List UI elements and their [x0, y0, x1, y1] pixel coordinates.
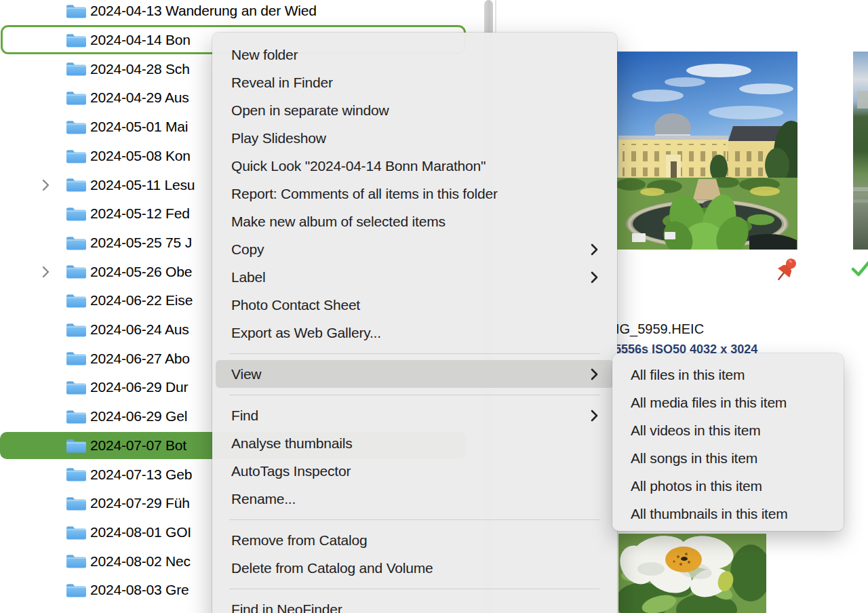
menu-item-label: Report: Comments of all items in this fo… — [231, 186, 498, 201]
context-menu-item[interactable]: Remove from Catalog — [216, 526, 614, 554]
folder-name: 2024-06-22 Eise — [90, 292, 193, 309]
folder-name: 2024-05-25 75 J — [90, 235, 192, 251]
menu-item-label: Remove from Catalog — [231, 532, 367, 548]
context-menu-item[interactable]: Rename... — [216, 485, 614, 513]
folder-icon — [66, 148, 87, 164]
menu-item-label: View — [231, 366, 261, 382]
folder-icon — [66, 379, 87, 395]
context-menu-item — [229, 395, 599, 395]
menu-item-label: Copy — [231, 241, 264, 257]
submenu-chevron-icon — [591, 410, 598, 422]
folder-icon — [66, 408, 87, 424]
submenu-item-label: All photos in this item — [631, 478, 762, 494]
menu-item-label: Quick Look "2024-04-14 Bonn Marathon" — [231, 158, 486, 174]
context-menu-item[interactable]: Analyse thumbnails — [216, 429, 614, 457]
folder-icon — [66, 235, 87, 251]
context-menu-item[interactable]: New folder — [216, 41, 614, 68]
folder-icon — [66, 582, 87, 598]
folder-icon — [66, 60, 87, 77]
folder-icon — [66, 350, 87, 366]
folder-icon — [66, 32, 87, 48]
context-menu-item[interactable]: Photo Contact Sheet — [216, 291, 614, 319]
context-menu-item[interactable]: Quick Look "2024-04-14 Bonn Marathon" — [216, 152, 614, 180]
photo-thumbnail-palace[interactable] — [617, 52, 797, 250]
context-menu-item — [229, 353, 599, 354]
context-menu-item[interactable]: Make new album of selected items — [216, 207, 614, 235]
submenu-chevron-icon — [591, 368, 598, 380]
folder-name: 2024-07-13 Geb — [90, 467, 192, 483]
folder-name: 2024-04-14 Bon — [90, 32, 191, 48]
folder-icon — [66, 90, 87, 106]
folder-icon — [66, 176, 87, 193]
context-menu-item[interactable]: Find in NeoFinder — [216, 595, 614, 613]
context-menu-item[interactable]: Delete from Catalog and Volume — [216, 554, 614, 582]
folder-icon — [66, 553, 87, 569]
context-menu-item[interactable]: Reveal in Finder — [216, 68, 614, 96]
folder-icon — [66, 263, 87, 279]
folder-name: 2024-05-08 Kon — [90, 148, 191, 164]
menu-item-label: Find — [231, 408, 258, 423]
submenu-item-label: All songs in this item — [631, 450, 757, 466]
folder-icon — [66, 524, 87, 540]
menu-item-label: Analyse thumbnails — [231, 435, 353, 451]
context-menu-item[interactable]: View — [216, 360, 614, 388]
photo-thumbnail-flower[interactable] — [618, 534, 766, 613]
submenu-item-label: All media files in this item — [631, 395, 787, 410]
menu-item-label: Photo Contact Sheet — [231, 297, 360, 313]
submenu-item-label: All thumbnails in this item — [631, 506, 788, 521]
context-menu-item[interactable]: Label — [216, 263, 614, 291]
folder-icon — [66, 437, 87, 454]
sidebar-folder-row[interactable]: 2024-04-13 Wanderung an der Wied — [0, 0, 481, 26]
folder-name: 2024-08-01 GOI — [90, 524, 191, 540]
submenu-item[interactable]: All videos in this item — [612, 416, 844, 444]
context-menu-item — [229, 589, 599, 589]
submenu-item[interactable]: All songs in this item — [612, 444, 844, 472]
folder-name: 2024-05-26 Obe — [90, 264, 192, 280]
context-menu-item[interactable]: Open in separate window — [216, 96, 614, 124]
folder-name: 2024-05-01 Mai — [90, 119, 188, 135]
folder-name: 2024-06-29 Gel — [90, 408, 187, 424]
context-menu-item[interactable]: Export as Web Gallery... — [216, 319, 614, 347]
submenu-item[interactable]: All thumbnails in this item — [612, 500, 844, 528]
folder-icon — [66, 466, 87, 482]
folder-name: 2024-07-29 Füh — [90, 495, 190, 511]
context-menu-item — [229, 519, 599, 520]
folder-name: 2024-04-29 Aus — [90, 90, 189, 106]
folder-name: 2024-04-13 Wanderung an der Wied — [90, 3, 317, 19]
menu-item-label: Delete from Catalog and Volume — [231, 560, 433, 576]
context-menu-item[interactable]: Copy — [216, 235, 614, 263]
submenu-item-label: All videos in this item — [631, 422, 760, 438]
folder-icon — [66, 205, 87, 222]
folder-name: 2024-08-03 Gre — [90, 582, 189, 598]
folder-name: 2024-05-12 Fed — [90, 205, 190, 222]
submenu-item[interactable]: All media files in this item — [612, 389, 844, 416]
folder-name: 2024-05-11 Lesu — [90, 177, 195, 193]
menu-item-label: AutoTags Inspector — [231, 463, 351, 479]
disclosure-chevron-icon[interactable] — [42, 179, 50, 191]
disclosure-chevron-icon[interactable] — [42, 266, 50, 278]
context-menu-item[interactable]: Play Slideshow — [216, 124, 614, 152]
menu-item-label: Make new album of selected items — [231, 214, 446, 229]
submenu-chevron-icon — [591, 271, 598, 283]
submenu-item[interactable]: All photos in this item — [612, 472, 844, 500]
context-menu-item[interactable]: AutoTags Inspector — [216, 457, 614, 485]
folder-name: 2024-06-29 Dur — [90, 379, 188, 395]
folder-icon — [66, 495, 87, 511]
submenu-item-label: All files in this item — [631, 367, 745, 382]
menu-item-label: Reveal in Finder — [231, 75, 333, 90]
context-menu: New folder Reveal in Finder Open in sepa… — [212, 33, 617, 613]
menu-item-label: New folder — [231, 47, 298, 62]
menu-item-label: Open in separate window — [231, 102, 389, 118]
submenu-item[interactable]: All files in this item — [612, 361, 844, 389]
view-submenu: All files in this item All media files i… — [612, 353, 844, 531]
context-menu-item[interactable]: Report: Comments of all items in this fo… — [216, 180, 614, 207]
folder-name: 2024-07-07 Bot — [90, 437, 186, 454]
submenu-chevron-icon — [591, 243, 598, 256]
photo-filename: IG_5959.HEIC — [616, 321, 704, 337]
menu-item-label: Play Slideshow — [231, 130, 326, 146]
menu-item-label: Find in NeoFinder — [231, 601, 342, 613]
folder-name: 2024-04-28 Sch — [90, 61, 190, 77]
neofinder-window: 2024-04-13 Wanderung an der Wied 2024-04… — [0, 0, 868, 613]
photo-thumbnail-garden-edge[interactable] — [853, 52, 868, 250]
context-menu-item[interactable]: Find — [216, 401, 614, 429]
